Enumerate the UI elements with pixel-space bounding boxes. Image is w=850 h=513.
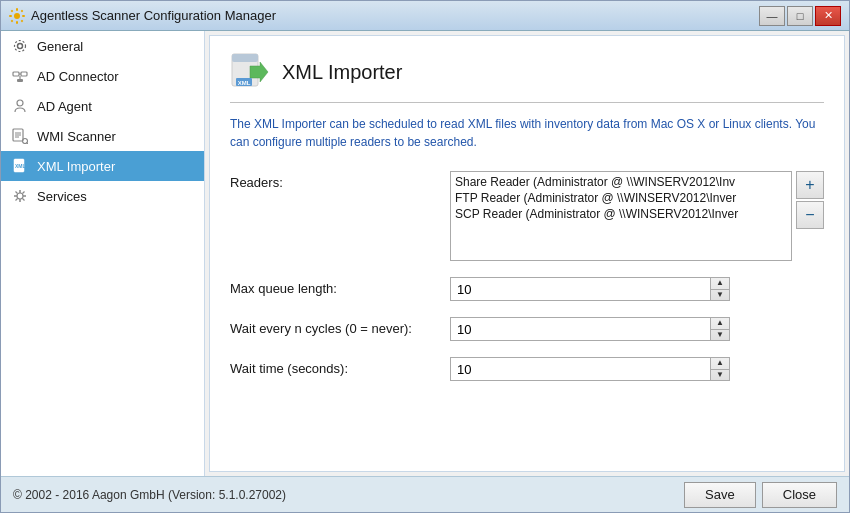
- readers-label: Readers:: [230, 171, 450, 190]
- add-reader-button[interactable]: +: [796, 171, 824, 199]
- content-icon: XML: [230, 52, 270, 92]
- sidebar-item-xml-importer-label: XML Importer: [37, 159, 115, 174]
- readers-control: Share Reader (Administrator @ \\WINSERV2…: [450, 171, 824, 261]
- wait-cycles-arrows: ▲ ▼: [710, 317, 730, 341]
- readers-buttons: + −: [796, 171, 824, 261]
- svg-point-9: [18, 44, 23, 49]
- svg-point-25: [17, 193, 23, 199]
- content-description: The XML Importer can be scheduled to rea…: [230, 115, 824, 151]
- footer: © 2002 - 2016 Aagon GmbH (Version: 5.1.0…: [1, 476, 849, 512]
- wait-cycles-down-arrow[interactable]: ▼: [711, 330, 729, 341]
- max-queue-arrows: ▲ ▼: [710, 277, 730, 301]
- main-window: Agentless Scanner Configuration Manager …: [0, 0, 850, 513]
- sidebar-item-services-label: Services: [37, 189, 87, 204]
- wait-cycles-control: ▲ ▼: [450, 317, 824, 341]
- sidebar-item-ad-connector[interactable]: AD Connector: [1, 61, 204, 91]
- svg-point-10: [15, 41, 26, 52]
- scanner-icon: [11, 127, 29, 145]
- sidebar-item-wmi-scanner[interactable]: WMI Scanner: [1, 121, 204, 151]
- max-queue-row: Max queue length: ▲ ▼: [230, 277, 824, 301]
- content-header: XML XML Importer: [230, 52, 824, 103]
- svg-rect-2: [16, 21, 18, 24]
- svg-rect-12: [21, 72, 27, 76]
- svg-rect-3: [9, 15, 12, 17]
- svg-line-22: [27, 143, 29, 145]
- readers-container: Share Reader (Administrator @ \\WINSERV2…: [450, 171, 824, 261]
- reader-item-1[interactable]: FTP Reader (Administrator @ \\WINSERV201…: [455, 190, 787, 206]
- readers-listbox[interactable]: Share Reader (Administrator @ \\WINSERV2…: [450, 171, 792, 261]
- close-button[interactable]: Close: [762, 482, 837, 508]
- title-bar-controls: — □ ✕: [759, 6, 841, 26]
- sidebar-item-ad-agent-label: AD Agent: [37, 99, 92, 114]
- svg-rect-11: [13, 72, 19, 76]
- sidebar-item-ad-agent[interactable]: AD Agent: [1, 91, 204, 121]
- svg-rect-5: [11, 9, 14, 12]
- close-window-button[interactable]: ✕: [815, 6, 841, 26]
- content-title: XML Importer: [282, 61, 402, 84]
- connector-icon: [11, 67, 29, 85]
- maximize-button[interactable]: □: [787, 6, 813, 26]
- max-queue-input[interactable]: [450, 277, 710, 301]
- wait-time-arrows: ▲ ▼: [710, 357, 730, 381]
- services-icon: [11, 187, 29, 205]
- max-queue-up-arrow[interactable]: ▲: [711, 278, 729, 290]
- save-button[interactable]: Save: [684, 482, 756, 508]
- max-queue-label: Max queue length:: [230, 277, 450, 296]
- svg-rect-6: [21, 9, 24, 12]
- svg-rect-4: [22, 15, 25, 17]
- sidebar-item-xml-importer[interactable]: XML XML Importer: [1, 151, 204, 181]
- title-bar-left: Agentless Scanner Configuration Manager: [9, 8, 276, 24]
- reader-item-0[interactable]: Share Reader (Administrator @ \\WINSERV2…: [455, 174, 787, 190]
- wait-time-row: Wait time (seconds): ▲ ▼: [230, 357, 824, 381]
- wait-cycles-spinbox: ▲ ▼: [450, 317, 730, 341]
- content-area: XML XML Importer The XML Importer can be…: [209, 35, 845, 472]
- minimize-button[interactable]: —: [759, 6, 785, 26]
- readers-row: Readers: Share Reader (Administrator @ \…: [230, 171, 824, 261]
- svg-text:XML: XML: [238, 80, 251, 86]
- svg-rect-8: [21, 19, 24, 22]
- wait-cycles-up-arrow[interactable]: ▲: [711, 318, 729, 330]
- sidebar-item-general-label: General: [37, 39, 83, 54]
- reader-item-2[interactable]: SCP Reader (Administrator @ \\WINSERV201…: [455, 206, 787, 222]
- wait-time-up-arrow[interactable]: ▲: [711, 358, 729, 370]
- wait-cycles-input[interactable]: [450, 317, 710, 341]
- wait-cycles-row: Wait every n cycles (0 = never): ▲ ▼: [230, 317, 824, 341]
- wait-time-down-arrow[interactable]: ▼: [711, 370, 729, 381]
- wait-time-spinbox: ▲ ▼: [450, 357, 730, 381]
- wait-time-control: ▲ ▼: [450, 357, 824, 381]
- max-queue-spinbox: ▲ ▼: [450, 277, 730, 301]
- remove-reader-button[interactable]: −: [796, 201, 824, 229]
- app-icon: [9, 8, 25, 24]
- sidebar-item-general[interactable]: General: [1, 31, 204, 61]
- wait-cycles-label: Wait every n cycles (0 = never):: [230, 317, 450, 336]
- max-queue-down-arrow[interactable]: ▼: [711, 290, 729, 301]
- svg-rect-14: [17, 79, 23, 82]
- agent-icon: [11, 97, 29, 115]
- svg-rect-27: [232, 54, 258, 62]
- max-queue-control: ▲ ▼: [450, 277, 824, 301]
- svg-text:XML: XML: [15, 163, 26, 169]
- wait-time-label: Wait time (seconds):: [230, 357, 450, 376]
- title-bar-text: Agentless Scanner Configuration Manager: [31, 8, 276, 23]
- wait-time-input[interactable]: [450, 357, 710, 381]
- main-content: General AD Connector: [1, 31, 849, 476]
- sidebar-item-wmi-scanner-label: WMI Scanner: [37, 129, 116, 144]
- title-bar: Agentless Scanner Configuration Manager …: [1, 1, 849, 31]
- sidebar-item-services[interactable]: Services: [1, 181, 204, 211]
- svg-rect-1: [16, 8, 18, 11]
- footer-buttons: Save Close: [684, 482, 837, 508]
- gear-icon: [11, 37, 29, 55]
- svg-point-16: [17, 100, 23, 106]
- svg-point-0: [14, 13, 20, 19]
- copyright-text: © 2002 - 2016 Aagon GmbH (Version: 5.1.0…: [13, 488, 286, 502]
- xml-icon: XML: [11, 157, 29, 175]
- svg-rect-7: [11, 19, 14, 22]
- sidebar-item-ad-connector-label: AD Connector: [37, 69, 119, 84]
- sidebar: General AD Connector: [1, 31, 205, 476]
